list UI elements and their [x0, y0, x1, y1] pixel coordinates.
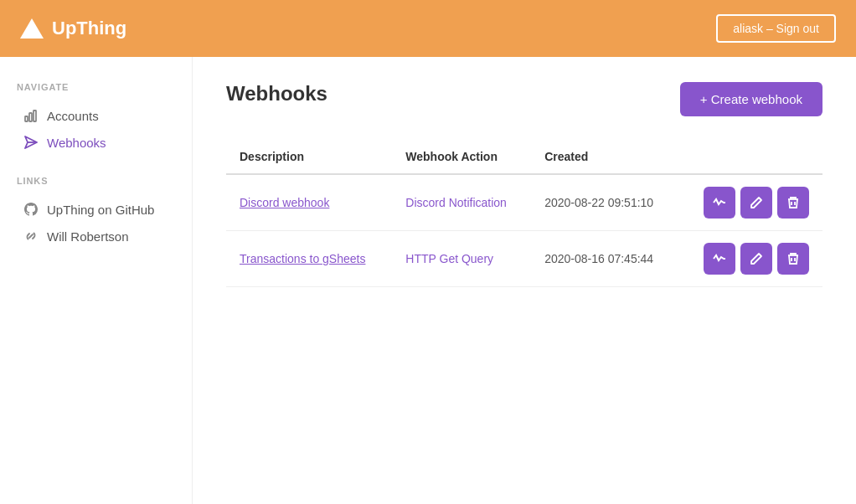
nav-section-label: NAVIGATE	[17, 82, 175, 92]
sidebar-item-accounts[interactable]: Accounts	[17, 102, 175, 129]
table-row: Transactions to gSheets HTTP Get Query 2…	[226, 231, 822, 287]
nav-section: NAVIGATE Accounts	[17, 82, 175, 156]
table-header: Description Webhook Action Created	[226, 140, 822, 174]
table-header-row: Description Webhook Action Created	[226, 140, 822, 174]
webhook-description-link-2[interactable]: Transactions to gSheets	[240, 252, 365, 265]
page-header: Webhooks + Create webhook	[226, 82, 822, 116]
webhook-buttons-1	[678, 174, 822, 231]
links-section: LINKS UpThing on GitHub	[17, 176, 175, 249]
svg-rect-2	[34, 111, 36, 121]
svg-rect-1	[29, 113, 32, 121]
sidebar: NAVIGATE Accounts	[0, 57, 193, 504]
webhook-action-2: HTTP Get Query	[392, 231, 531, 287]
delete-icon	[786, 196, 800, 209]
webhook-buttons-2	[678, 231, 822, 287]
webhook-created-1: 2020-08-22 09:51:10	[531, 174, 678, 231]
svg-rect-0	[25, 116, 28, 121]
webhooks-table: Description Webhook Action Created Disco…	[226, 140, 822, 287]
create-webhook-button[interactable]: + Create webhook	[680, 82, 822, 116]
app-layout: NAVIGATE Accounts	[0, 57, 856, 504]
delete-button-1[interactable]	[777, 187, 809, 219]
sidebar-item-github[interactable]: UpThing on GitHub	[17, 196, 175, 223]
sidebar-item-webhooks[interactable]: Webhooks	[17, 129, 175, 156]
action-buttons-2	[692, 243, 809, 275]
col-created: Created	[531, 140, 678, 174]
nav-items-list: Accounts Webhooks	[17, 102, 175, 156]
delete-button-2[interactable]	[777, 243, 809, 275]
webhook-description-2: Transactions to gSheets	[226, 231, 392, 287]
links-items-list: UpThing on GitHub Will Robertson	[17, 196, 175, 249]
webhook-description-link-1[interactable]: Discord webhook	[240, 196, 329, 209]
col-description: Description	[226, 140, 392, 174]
app-name: UpThing	[52, 18, 126, 39]
edit-icon	[750, 252, 763, 265]
sidebar-webhooks-label: Webhooks	[47, 136, 106, 150]
links-section-label: LINKS	[17, 176, 175, 186]
col-actions	[678, 140, 822, 174]
sidebar-accounts-label: Accounts	[47, 109, 99, 123]
sidebar-will-label: Will Robertson	[47, 229, 129, 244]
link-icon	[23, 229, 39, 244]
logo-triangle-icon	[20, 18, 44, 39]
table-body: Discord webhook Discord Notification 202…	[226, 174, 822, 287]
activity-button-1[interactable]	[704, 187, 735, 219]
bar-chart-icon	[23, 108, 39, 123]
webhook-action-1: Discord Notification	[392, 174, 531, 231]
col-action: Webhook Action	[392, 140, 531, 174]
app-header: UpThing aliask – Sign out	[0, 0, 856, 57]
app-logo: UpThing	[20, 18, 126, 39]
sidebar-item-will[interactable]: Will Robertson	[17, 223, 175, 249]
edit-button-2[interactable]	[740, 243, 772, 275]
activity-button-2[interactable]	[704, 243, 735, 275]
sidebar-github-label: UpThing on GitHub	[47, 203, 154, 217]
webhook-created-2: 2020-08-16 07:45:44	[531, 231, 678, 287]
page-title: Webhooks	[226, 82, 327, 105]
sign-out-button[interactable]: aliask – Sign out	[716, 14, 836, 43]
table-row: Discord webhook Discord Notification 202…	[226, 174, 822, 231]
edit-button-1[interactable]	[740, 187, 772, 219]
activity-icon	[713, 252, 726, 265]
webhook-description-1: Discord webhook	[226, 174, 392, 231]
activity-icon	[713, 196, 726, 209]
edit-icon	[750, 196, 763, 209]
main-content: Webhooks + Create webhook Description We…	[193, 57, 856, 504]
delete-icon	[786, 252, 800, 265]
action-buttons-1	[692, 187, 809, 219]
send-icon	[23, 135, 39, 150]
webhooks-table-container: Description Webhook Action Created Disco…	[226, 140, 822, 287]
github-icon	[23, 202, 39, 217]
